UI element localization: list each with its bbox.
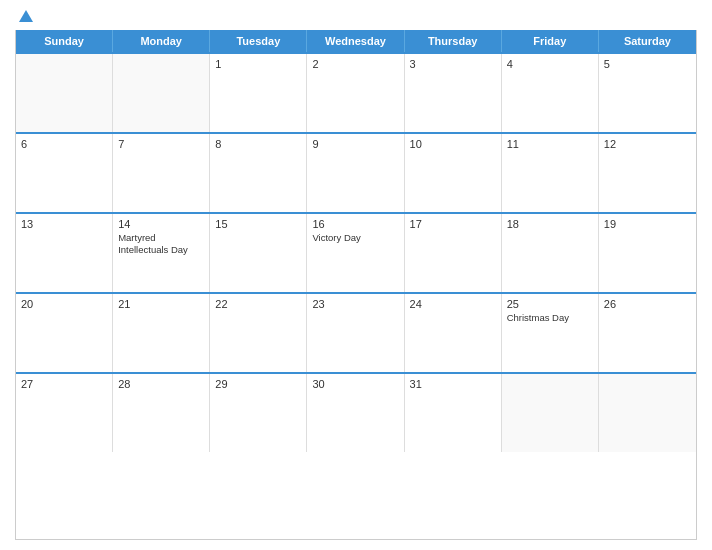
calendar-cell: 4 <box>502 54 599 132</box>
calendar-body: 1234567891011121314Martyred Intellectual… <box>16 52 696 452</box>
calendar-cell: 14Martyred Intellectuals Day <box>113 214 210 292</box>
calendar-cell: 7 <box>113 134 210 212</box>
calendar-cell: 25Christmas Day <box>502 294 599 372</box>
calendar: SundayMondayTuesdayWednesdayThursdayFrid… <box>15 30 697 540</box>
day-number: 8 <box>215 138 301 150</box>
calendar-cell: 24 <box>405 294 502 372</box>
day-number: 9 <box>312 138 398 150</box>
day-number: 23 <box>312 298 398 310</box>
day-number: 30 <box>312 378 398 390</box>
day-number: 24 <box>410 298 496 310</box>
day-number: 12 <box>604 138 691 150</box>
calendar-header: SundayMondayTuesdayWednesdayThursdayFrid… <box>16 30 696 52</box>
day-number: 10 <box>410 138 496 150</box>
calendar-cell: 22 <box>210 294 307 372</box>
calendar-cell: 21 <box>113 294 210 372</box>
calendar-cell: 26 <box>599 294 696 372</box>
day-number: 19 <box>604 218 691 230</box>
calendar-cell: 29 <box>210 374 307 452</box>
calendar-cell: 15 <box>210 214 307 292</box>
calendar-week-0: 12345 <box>16 52 696 132</box>
header <box>15 10 697 22</box>
calendar-cell: 5 <box>599 54 696 132</box>
calendar-event: Christmas Day <box>507 312 593 324</box>
day-number: 17 <box>410 218 496 230</box>
calendar-cell: 10 <box>405 134 502 212</box>
weekday-header-saturday: Saturday <box>599 30 696 52</box>
calendar-event: Victory Day <box>312 232 398 244</box>
day-number: 3 <box>410 58 496 70</box>
day-number: 31 <box>410 378 496 390</box>
day-number: 5 <box>604 58 691 70</box>
calendar-week-4: 2728293031 <box>16 372 696 452</box>
calendar-week-3: 202122232425Christmas Day26 <box>16 292 696 372</box>
calendar-cell <box>502 374 599 452</box>
day-number: 29 <box>215 378 301 390</box>
day-number: 13 <box>21 218 107 230</box>
calendar-cell <box>599 374 696 452</box>
day-number: 27 <box>21 378 107 390</box>
calendar-event: Martyred Intellectuals Day <box>118 232 204 257</box>
calendar-cell: 1 <box>210 54 307 132</box>
day-number: 14 <box>118 218 204 230</box>
day-number: 11 <box>507 138 593 150</box>
calendar-cell: 18 <box>502 214 599 292</box>
calendar-cell: 19 <box>599 214 696 292</box>
calendar-cell: 16Victory Day <box>307 214 404 292</box>
calendar-week-1: 6789101112 <box>16 132 696 212</box>
calendar-cell: 27 <box>16 374 113 452</box>
calendar-cell: 12 <box>599 134 696 212</box>
weekday-header-tuesday: Tuesday <box>210 30 307 52</box>
calendar-cell: 11 <box>502 134 599 212</box>
day-number: 21 <box>118 298 204 310</box>
weekday-header-friday: Friday <box>502 30 599 52</box>
day-number: 20 <box>21 298 107 310</box>
day-number: 25 <box>507 298 593 310</box>
calendar-cell: 8 <box>210 134 307 212</box>
day-number: 26 <box>604 298 691 310</box>
day-number: 6 <box>21 138 107 150</box>
calendar-cell: 31 <box>405 374 502 452</box>
day-number: 1 <box>215 58 301 70</box>
calendar-cell <box>113 54 210 132</box>
logo-triangle-icon <box>19 10 33 22</box>
calendar-cell: 30 <box>307 374 404 452</box>
day-number: 22 <box>215 298 301 310</box>
day-number: 7 <box>118 138 204 150</box>
weekday-header-monday: Monday <box>113 30 210 52</box>
calendar-cell: 13 <box>16 214 113 292</box>
weekday-header-sunday: Sunday <box>16 30 113 52</box>
weekday-header-wednesday: Wednesday <box>307 30 404 52</box>
weekday-header-thursday: Thursday <box>405 30 502 52</box>
calendar-cell: 2 <box>307 54 404 132</box>
calendar-cell: 20 <box>16 294 113 372</box>
logo <box>15 10 33 22</box>
day-number: 28 <box>118 378 204 390</box>
page: SundayMondayTuesdayWednesdayThursdayFrid… <box>0 0 712 550</box>
day-number: 15 <box>215 218 301 230</box>
calendar-cell: 17 <box>405 214 502 292</box>
logo-blue-text <box>15 10 33 22</box>
day-number: 16 <box>312 218 398 230</box>
calendar-cell: 28 <box>113 374 210 452</box>
day-number: 2 <box>312 58 398 70</box>
calendar-cell: 3 <box>405 54 502 132</box>
calendar-cell: 6 <box>16 134 113 212</box>
day-number: 18 <box>507 218 593 230</box>
calendar-cell <box>16 54 113 132</box>
day-number: 4 <box>507 58 593 70</box>
calendar-cell: 9 <box>307 134 404 212</box>
calendar-week-2: 1314Martyred Intellectuals Day1516Victor… <box>16 212 696 292</box>
calendar-cell: 23 <box>307 294 404 372</box>
